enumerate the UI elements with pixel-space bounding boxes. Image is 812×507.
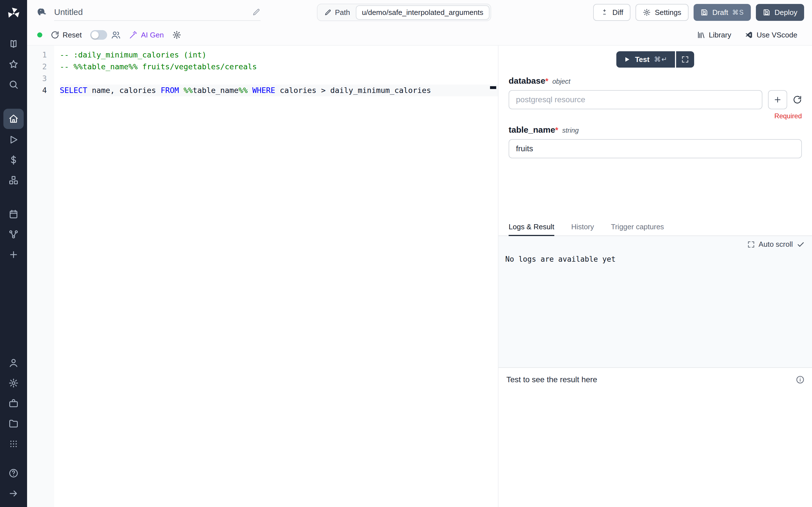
resources-icon: [8, 175, 18, 185]
nodes-icon: [8, 229, 18, 239]
line-number: 1: [27, 49, 47, 61]
database-resource-input[interactable]: [509, 90, 762, 109]
search-icon: [8, 79, 18, 90]
home-icon: [8, 114, 18, 124]
sidebar-item-add[interactable]: [3, 245, 24, 264]
runs-play-icon: [8, 135, 18, 145]
sidebar-group-second: [0, 204, 27, 265]
topbar: Untitled Path u/demo/safe_interpolated_a…: [27, 0, 812, 25]
field-type: object: [552, 77, 570, 86]
content: 1234 -- :daily_minimum_calories (int)-- …: [27, 46, 812, 507]
ai-gen-label: AI Gen: [141, 31, 164, 40]
check-icon[interactable]: [797, 240, 805, 248]
test-button-label: Test: [635, 55, 650, 64]
autoscroll-label: Auto scroll: [759, 240, 793, 249]
sidebar-item-resources[interactable]: [3, 171, 24, 190]
sidebar-item-account[interactable]: [3, 353, 24, 372]
postgresql-icon: [36, 6, 49, 18]
tab-logs-result[interactable]: Logs & Result: [509, 219, 554, 236]
sidebar-item-settings[interactable]: [3, 374, 24, 393]
path-label-group: Path: [319, 8, 356, 17]
library-label: Library: [709, 31, 731, 40]
editor-settings-button[interactable]: [172, 31, 181, 40]
draft-button[interactable]: Draft ⌘S: [694, 4, 751, 21]
table-name-input-row: [509, 139, 802, 158]
database-field-label: database* object: [509, 76, 802, 86]
settings-button[interactable]: Settings: [636, 4, 689, 21]
topbar-actions: Diff Settings Draft ⌘S Deploy: [593, 4, 804, 21]
app-window: Untitled Path u/demo/safe_interpolated_a…: [0, 0, 812, 507]
diff-button[interactable]: Diff: [593, 4, 631, 21]
expand-logs-icon[interactable]: [748, 241, 755, 248]
windmill-logo[interactable]: [0, 0, 27, 27]
sidebar-item-variables[interactable]: [3, 151, 24, 170]
code-line[interactable]: [60, 73, 498, 84]
add-resource-button[interactable]: [768, 90, 787, 109]
code-lines[interactable]: -- :daily_minimum_calories (int)-- %%tab…: [54, 46, 498, 507]
sidebar-group-bottom: [0, 353, 27, 454]
use-vscode-button[interactable]: Use VScode: [745, 31, 797, 40]
right-panel: Test ⌘↵ database* object: [498, 46, 812, 507]
result-placeholder: Test to see the result here: [506, 375, 804, 384]
tab-history[interactable]: History: [571, 219, 594, 236]
info-icon[interactable]: [796, 375, 805, 384]
field-name: table_name*: [509, 125, 558, 135]
multiplayer-toggle[interactable]: [90, 30, 107, 40]
briefcase-icon: [8, 398, 18, 408]
database-input-row: [509, 90, 802, 109]
sidebar-item-help[interactable]: [3, 464, 24, 483]
library-button[interactable]: Library: [697, 31, 731, 40]
plus-icon: [773, 96, 782, 104]
editor-gutter: 1234: [27, 46, 54, 507]
apps-grid-icon: [9, 439, 18, 448]
required-note: Required: [509, 112, 802, 120]
panel-top: Test ⌘↵ database* object: [499, 46, 812, 219]
multiplayer-toggle-group: [90, 30, 121, 40]
autoscroll-row: Auto scroll: [499, 236, 812, 249]
deploy-button[interactable]: Deploy: [756, 4, 804, 21]
test-button[interactable]: Test ⌘↵: [616, 51, 675, 68]
required-asterisk: *: [545, 76, 548, 86]
users-icon: [111, 30, 121, 40]
sidebar-item-collapse[interactable]: [3, 484, 24, 503]
code-line[interactable]: -- %%table_name%% fruits/vegetables/cere…: [60, 61, 498, 73]
wand-icon: [129, 31, 138, 39]
tab-trigger-captures[interactable]: Trigger captures: [611, 219, 664, 236]
expand-test-button[interactable]: [676, 51, 694, 68]
required-asterisk: *: [555, 126, 558, 134]
code-line[interactable]: -- :daily_minimum_calories (int): [60, 49, 498, 61]
ai-gen-button[interactable]: AI Gen: [129, 31, 164, 40]
diff-button-label: Diff: [612, 8, 623, 17]
sidebar-item-search[interactable]: [3, 75, 24, 94]
docs-icon: [8, 39, 18, 49]
sidebar-item-apps[interactable]: [3, 434, 24, 453]
save-icon: [700, 8, 708, 16]
code-line[interactable]: SELECT name, calories FROM %%table_name%…: [60, 84, 498, 96]
diff-icon: [601, 8, 608, 16]
refresh-resource-button[interactable]: [793, 95, 802, 104]
line-number: 3: [27, 73, 47, 84]
code-editor[interactable]: 1234 -- :daily_minimum_calories (int)-- …: [27, 46, 498, 507]
test-shortcut: ⌘↵: [654, 55, 668, 63]
logs-empty-message: No logs are available yet: [499, 249, 812, 270]
sidebar-item-runs[interactable]: [3, 130, 24, 149]
sidebar-item-schedules[interactable]: [3, 205, 24, 224]
reset-button[interactable]: Reset: [51, 31, 82, 40]
script-title-field[interactable]: Untitled: [54, 4, 260, 21]
pencil-icon: [252, 8, 260, 16]
table-name-input[interactable]: [509, 139, 802, 158]
path-value[interactable]: u/demo/safe_interpolated_arguments: [356, 5, 490, 20]
sidebar-item-folders[interactable]: [3, 414, 24, 433]
sidebar-group-top: [0, 34, 27, 95]
sidebar-item-workspace[interactable]: [3, 394, 24, 413]
settings-button-label: Settings: [655, 8, 681, 17]
sidebar-item-docs[interactable]: [3, 34, 24, 54]
line-number: 4: [27, 84, 47, 96]
sidebar-item-favorites[interactable]: [3, 55, 24, 74]
path-pill[interactable]: Path u/demo/safe_interpolated_arguments: [317, 4, 491, 21]
sidebar-group-footer: [0, 463, 27, 504]
toolbar-right: Library Use VScode: [697, 31, 797, 40]
sidebar-item-home[interactable]: [3, 109, 24, 129]
test-row: Test ⌘↵: [509, 51, 802, 68]
sidebar-item-triggers[interactable]: [3, 225, 24, 244]
